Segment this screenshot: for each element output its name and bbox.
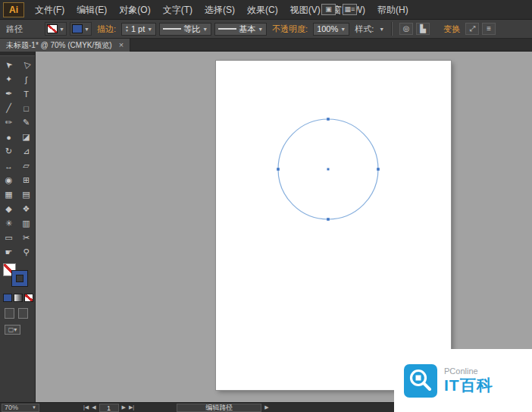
style-dropdown-icon[interactable]: ▼ (379, 27, 384, 32)
eraser-tool-icon: ◪ (22, 132, 30, 142)
mesh-tool[interactable]: ▦ (0, 187, 17, 202)
shape-builder-tool[interactable]: ◉ (0, 173, 17, 187)
menu-item-2[interactable]: 编辑(E) (70, 0, 113, 20)
direct-selection-tool[interactable]: ▷ (17, 58, 35, 72)
menu-item-9[interactable]: 帮助(H) (371, 0, 415, 20)
line-segment-tool[interactable]: ╱ (0, 101, 17, 115)
last-artboard-icon[interactable]: ▶| (129, 404, 134, 410)
artboard[interactable] (216, 61, 451, 390)
recolor-artwork-icon[interactable]: ◎ (399, 23, 413, 35)
chevron-down-icon: ▼ (147, 27, 152, 32)
artboard-svg (216, 61, 451, 390)
workspace-switcher-icon[interactable]: ▦≡ (343, 4, 357, 15)
pconline-logo-icon (404, 364, 437, 398)
symbol-sprayer-tool-icon: ✳ (5, 219, 12, 228)
color-button[interactable] (3, 294, 12, 302)
status-flyout-icon[interactable]: ▶ (264, 404, 268, 410)
isolate-object-icon[interactable]: ⤢ (465, 23, 479, 35)
rectangle-tool[interactable]: □ (17, 101, 35, 115)
menu-item-1[interactable]: 文件(F) (29, 0, 70, 20)
rectangle-tool-icon: □ (23, 104, 29, 113)
anchor-point[interactable] (377, 168, 380, 171)
artboard-number-field[interactable]: 1 (99, 404, 119, 412)
first-artboard-icon[interactable]: |◀ (83, 404, 89, 410)
anchor-point[interactable] (327, 218, 330, 221)
opacity-dropdown[interactable]: 100% ▼ (313, 23, 349, 36)
chevron-down-icon: ▼ (340, 27, 346, 32)
next-artboard-icon[interactable]: ▶ (122, 404, 126, 410)
watermark-brand: PConline (444, 366, 493, 376)
stroke-swatch-icon (72, 24, 83, 33)
prev-artboard-icon[interactable]: ◀ (92, 404, 95, 410)
width-profile-dropdown[interactable]: 等比 ▼ (159, 23, 211, 36)
control-panel-menu-icon[interactable]: ≡ (482, 23, 496, 35)
blob-brush-tool-icon: ● (6, 133, 11, 142)
menu-item-5[interactable]: 选择(S) (199, 0, 241, 20)
arrange-documents-icon[interactable]: ▣ (321, 4, 336, 15)
column-graph-tool[interactable]: ▥ (17, 216, 35, 231)
perspective-grid-tool[interactable]: ⊞ (17, 173, 35, 187)
anchor-point[interactable] (277, 168, 280, 171)
menu-item-4[interactable]: 文字(T) (157, 0, 199, 20)
shape-builder-tool-icon: ◉ (5, 175, 13, 185)
selection-tool[interactable]: ➤ (0, 58, 17, 72)
align-panel-icon[interactable]: ▙ (416, 23, 430, 35)
draw-normal-icon[interactable] (5, 308, 14, 319)
screen-mode-button[interactable]: ▢▾ (5, 325, 20, 335)
width-tool-icon: ↔ (5, 162, 13, 171)
none-button[interactable] (24, 294, 33, 302)
stroke-width-value: 1 pt (131, 24, 145, 33)
rotate-tool[interactable]: ↻ (0, 144, 17, 159)
hand-tool[interactable]: ☛ (0, 245, 17, 259)
pencil-tool[interactable]: ✎ (17, 115, 35, 130)
transform-panel-link[interactable]: 变换 (443, 24, 460, 35)
lasso-tool-icon: ʃ (25, 75, 27, 84)
opacity-panel-link[interactable]: 不透明度: (272, 24, 308, 35)
status-display[interactable]: 编辑路径 (177, 404, 261, 412)
menu-item-3[interactable]: 对象(O) (113, 0, 156, 20)
document-tab[interactable]: 未标题-1* @ 70% (CMYK/预览) × (0, 39, 130, 52)
separator (391, 22, 393, 36)
zoom-tool[interactable]: ⚲ (17, 245, 35, 259)
draw-behind-icon[interactable] (18, 308, 28, 319)
gradient-tool[interactable]: ▤ (17, 187, 35, 202)
illustrator-logo: Ai (3, 2, 24, 17)
close-tab-icon[interactable]: × (119, 41, 124, 49)
status-text: 编辑路径 (205, 404, 233, 412)
eyedropper-tool[interactable]: ◆ (0, 202, 17, 216)
scale-tool[interactable]: ⊿ (17, 144, 35, 159)
blend-tool[interactable]: ❖ (17, 202, 35, 216)
free-transform-tool[interactable]: ▱ (17, 159, 35, 173)
stroke-panel-link[interactable]: 描边: (97, 24, 116, 35)
lasso-tool[interactable]: ʃ (17, 72, 35, 86)
menubar: Ai 文件(F)编辑(E)对象(O)文字(T)选择(S)效果(C)视图(V)窗口… (0, 0, 532, 20)
fill-color-picker[interactable]: ▼ (45, 22, 67, 36)
zoom-level-dropdown[interactable]: 70% ▼ (2, 404, 39, 412)
menu-item-6[interactable]: 效果(C) (241, 0, 284, 20)
stroke-width-stepper[interactable]: ▲▼ 1 pt ▼ (121, 23, 156, 36)
blob-brush-tool[interactable]: ● (0, 130, 17, 144)
menu-item-7[interactable]: 视图(V) (284, 0, 327, 20)
gradient-button[interactable] (14, 294, 23, 302)
stroke-swatch[interactable] (12, 271, 27, 286)
tools-grid: ➤▷✦ʃ✒T╱□✏✎●◪↻⊿↔▱◉⊞▦▤◆❖✳▥▭✂☛⚲ (0, 56, 35, 259)
slice-tool-icon: ✂ (23, 233, 30, 243)
document-title: 未标题-1* @ 70% (CMYK/预览) (6, 40, 112, 51)
slice-tool[interactable]: ✂ (17, 231, 35, 245)
paintbrush-tool[interactable]: ✏ (0, 115, 17, 130)
anchor-point[interactable] (327, 118, 330, 121)
pen-tool[interactable]: ✒ (0, 86, 17, 101)
stepper-arrows-icon[interactable]: ▲▼ (125, 25, 129, 33)
center-point[interactable] (327, 168, 330, 171)
rotate-tool-icon: ↻ (5, 146, 12, 156)
type-tool[interactable]: T (17, 86, 35, 101)
brush-definition-dropdown[interactable]: 基本 ▼ (214, 23, 267, 36)
direct-selection-tool-icon: ▷ (20, 59, 32, 71)
magic-wand-tool[interactable]: ✦ (0, 72, 17, 86)
blend-tool-icon: ❖ (23, 204, 30, 214)
stroke-color-picker[interactable]: ▼ (70, 22, 92, 36)
eraser-tool[interactable]: ◪ (17, 130, 35, 144)
symbol-sprayer-tool[interactable]: ✳ (0, 216, 17, 231)
artboard-tool[interactable]: ▭ (0, 231, 17, 245)
width-tool[interactable]: ↔ (0, 159, 17, 173)
